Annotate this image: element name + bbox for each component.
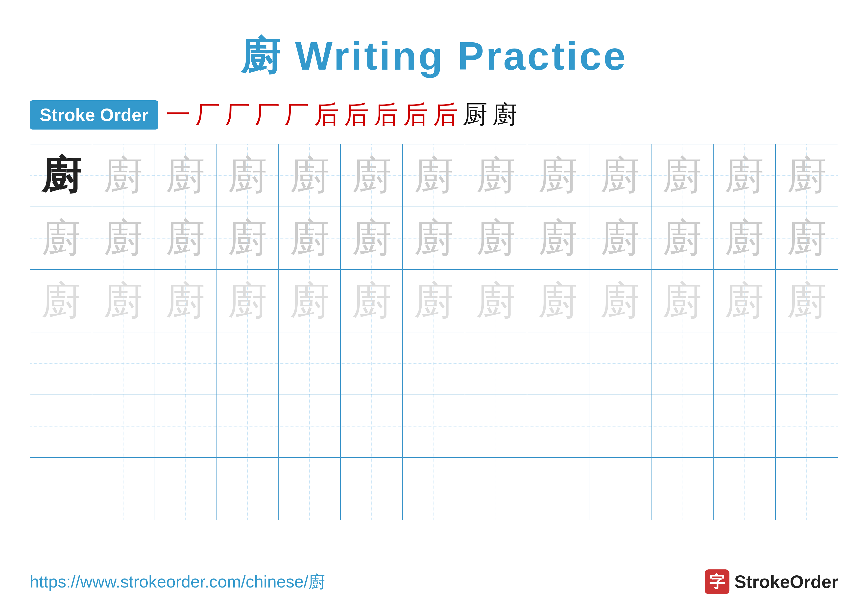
grid-cell-2-6[interactable]: 廚: [341, 207, 403, 269]
grid-cell-3-8[interactable]: 廚: [465, 270, 527, 332]
grid-cell-6-11[interactable]: [651, 458, 714, 520]
page: 廚 Writing Practice Stroke Order 一 厂 厂 厂 …: [0, 0, 868, 614]
grid-cell-6-3[interactable]: [154, 458, 217, 520]
stroke-sequence: 一 厂 厂 厂 厂 后 后 后 后 后 厨 廚: [166, 98, 517, 132]
grid-cell-4-9[interactable]: [527, 333, 589, 395]
stroke-12: 廚: [492, 98, 517, 132]
grid-cell-4-11[interactable]: [651, 333, 714, 395]
grid-cell-3-9[interactable]: 廚: [527, 270, 589, 332]
grid-cell-6-5[interactable]: [279, 458, 341, 520]
grid-cell-6-2[interactable]: [92, 458, 154, 520]
grid-cell-2-9[interactable]: 廚: [527, 207, 589, 269]
grid-cell-2-8[interactable]: 廚: [465, 207, 527, 269]
grid-cell-3-1[interactable]: 廚: [30, 270, 92, 332]
grid-cell-5-6[interactable]: [341, 395, 403, 457]
grid-cell-4-8[interactable]: [465, 333, 527, 395]
grid-cell-5-9[interactable]: [527, 395, 589, 457]
grid-cell-4-7[interactable]: [403, 333, 465, 395]
grid-cell-2-12[interactable]: 廚: [714, 207, 776, 269]
grid-cell-4-5[interactable]: [279, 333, 341, 395]
page-title: 廚 Writing Practice: [240, 34, 628, 78]
grid-cell-3-2[interactable]: 廚: [92, 270, 154, 332]
strokeorder-logo-icon: 字: [705, 569, 729, 594]
grid-cell-5-10[interactable]: [589, 395, 651, 457]
practice-grid: 廚 廚 廚 廚 廚 廚 廚 廚 廚 廚 廚 廚 廚 廚 廚 廚 廚 廚 廚 廚 …: [30, 144, 838, 521]
grid-cell-2-4[interactable]: 廚: [217, 207, 279, 269]
stroke-5: 厂: [285, 98, 309, 132]
grid-cell-2-11[interactable]: 廚: [651, 207, 714, 269]
grid-cell-3-3[interactable]: 廚: [154, 270, 217, 332]
grid-cell-4-6[interactable]: [341, 333, 403, 395]
grid-cell-5-5[interactable]: [279, 395, 341, 457]
footer-logo: 字 StrokeOrder: [705, 569, 838, 594]
grid-cell-5-3[interactable]: [154, 395, 217, 457]
grid-cell-5-13[interactable]: [776, 395, 838, 457]
grid-cell-6-6[interactable]: [341, 458, 403, 520]
stroke-4: 厂: [255, 98, 280, 132]
grid-cell-2-2[interactable]: 廚: [92, 207, 154, 269]
stroke-8: 后: [374, 98, 398, 132]
grid-cell-2-13[interactable]: 廚: [776, 207, 838, 269]
title-chinese-char: 廚: [240, 34, 282, 78]
grid-cell-6-1[interactable]: [30, 458, 92, 520]
grid-cell-6-12[interactable]: [714, 458, 776, 520]
grid-cell-3-10[interactable]: 廚: [589, 270, 651, 332]
grid-cell-1-6[interactable]: 廚: [341, 145, 403, 207]
grid-cell-3-4[interactable]: 廚: [217, 270, 279, 332]
stroke-7: 后: [344, 98, 369, 132]
grid-cell-5-7[interactable]: [403, 395, 465, 457]
grid-row-1: 廚 廚 廚 廚 廚 廚 廚 廚 廚 廚 廚 廚 廚: [30, 145, 838, 207]
grid-cell-3-13[interactable]: 廚: [776, 270, 838, 332]
grid-cell-1-8[interactable]: 廚: [465, 145, 527, 207]
grid-cell-1-10[interactable]: 廚: [589, 145, 651, 207]
grid-row-4: [30, 333, 838, 395]
stroke-9: 后: [403, 98, 428, 132]
grid-cell-4-12[interactable]: [714, 333, 776, 395]
grid-cell-3-12[interactable]: 廚: [714, 270, 776, 332]
grid-cell-1-1[interactable]: 廚: [30, 145, 92, 207]
grid-cell-3-5[interactable]: 廚: [279, 270, 341, 332]
grid-row-3: 廚 廚 廚 廚 廚 廚 廚 廚 廚 廚 廚 廚 廚: [30, 270, 838, 333]
grid-cell-1-9[interactable]: 廚: [527, 145, 589, 207]
stroke-11: 厨: [463, 98, 487, 132]
grid-cell-1-12[interactable]: 廚: [714, 145, 776, 207]
grid-cell-6-7[interactable]: [403, 458, 465, 520]
grid-cell-1-3[interactable]: 廚: [154, 145, 217, 207]
grid-cell-6-13[interactable]: [776, 458, 838, 520]
strokeorder-logo-text: StrokeOrder: [735, 572, 838, 592]
grid-cell-5-1[interactable]: [30, 395, 92, 457]
grid-cell-5-12[interactable]: [714, 395, 776, 457]
grid-cell-2-1[interactable]: 廚: [30, 207, 92, 269]
grid-cell-1-2[interactable]: 廚: [92, 145, 154, 207]
grid-cell-5-4[interactable]: [217, 395, 279, 457]
grid-cell-6-8[interactable]: [465, 458, 527, 520]
grid-cell-4-10[interactable]: [589, 333, 651, 395]
grid-cell-5-11[interactable]: [651, 395, 714, 457]
grid-cell-3-6[interactable]: 廚: [341, 270, 403, 332]
grid-cell-3-7[interactable]: 廚: [403, 270, 465, 332]
grid-cell-1-4[interactable]: 廚: [217, 145, 279, 207]
grid-cell-4-13[interactable]: [776, 333, 838, 395]
grid-cell-4-1[interactable]: [30, 333, 92, 395]
grid-cell-6-4[interactable]: [217, 458, 279, 520]
grid-cell-2-5[interactable]: 廚: [279, 207, 341, 269]
grid-cell-1-7[interactable]: 廚: [403, 145, 465, 207]
grid-cell-1-5[interactable]: 廚: [279, 145, 341, 207]
char-solid: 廚: [41, 149, 81, 202]
grid-cell-4-4[interactable]: [217, 333, 279, 395]
grid-cell-1-11[interactable]: 廚: [651, 145, 714, 207]
grid-cell-2-3[interactable]: 廚: [154, 207, 217, 269]
grid-cell-4-2[interactable]: [92, 333, 154, 395]
grid-cell-5-2[interactable]: [92, 395, 154, 457]
title-english-text: Writing Practice: [282, 34, 628, 78]
grid-cell-1-13[interactable]: 廚: [776, 145, 838, 207]
grid-cell-6-10[interactable]: [589, 458, 651, 520]
grid-cell-2-7[interactable]: 廚: [403, 207, 465, 269]
grid-cell-2-10[interactable]: 廚: [589, 207, 651, 269]
grid-cell-4-3[interactable]: [154, 333, 217, 395]
footer-url-link[interactable]: https://www.strokeorder.com/chinese/廚: [30, 570, 325, 593]
grid-cell-5-8[interactable]: [465, 395, 527, 457]
stroke-3: 厂: [225, 98, 250, 132]
grid-cell-3-11[interactable]: 廚: [651, 270, 714, 332]
grid-cell-6-9[interactable]: [527, 458, 589, 520]
